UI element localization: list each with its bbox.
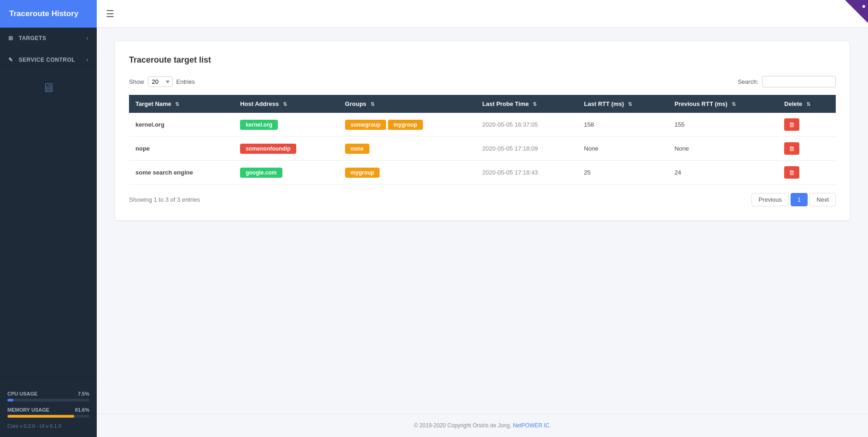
show-label: Show bbox=[129, 78, 144, 85]
col-previous-rtt: Previous RTT (ms) ⇅ bbox=[668, 95, 778, 113]
cell-last-rtt: None bbox=[578, 137, 668, 161]
server-icon: 🖥 bbox=[42, 80, 55, 95]
host-address-badge: kernel.org bbox=[240, 120, 278, 130]
cell-groups: mygroup bbox=[339, 161, 476, 185]
table-row: some search enginegoogle.commygroup2020-… bbox=[129, 161, 836, 185]
cell-target-name: some search engine bbox=[129, 161, 234, 185]
cell-last-probe-time: 2020-05-05 17:18:09 bbox=[476, 137, 578, 161]
hamburger-menu-icon[interactable]: ☰ bbox=[106, 8, 114, 19]
core-version-label: Core v 0.2.0 - UI v 0.1.0 bbox=[7, 423, 89, 429]
col-target-name: Target Name ⇅ bbox=[129, 95, 234, 113]
table-body: kernel.orgkernel.orgsomegroupmygroup2020… bbox=[129, 113, 836, 185]
memory-usage-label: MEMORY USAGE bbox=[7, 407, 49, 413]
cpu-usage-label-row: CPU USAGE 7.5% bbox=[7, 391, 89, 396]
delete-button[interactable]: 🗑 bbox=[784, 142, 799, 155]
cell-last-probe-time: 2020-05-05 17:18:43 bbox=[476, 161, 578, 185]
sidebar-item-targets[interactable]: ⊞ TARGETS › bbox=[0, 28, 97, 49]
table-row: kernel.orgkernel.orgsomegroupmygroup2020… bbox=[129, 113, 836, 137]
cell-delete: 🗑 bbox=[778, 113, 836, 137]
cell-delete: 🗑 bbox=[778, 137, 836, 161]
sort-icon-prev-rtt: ⇅ bbox=[732, 101, 736, 107]
table-footer: Showing 1 to 3 of 3 entries Previous 1 N… bbox=[129, 193, 836, 206]
delete-button[interactable]: 🗑 bbox=[784, 166, 799, 179]
topbar: ☰ ● bbox=[97, 0, 868, 28]
cpu-usage-label: CPU USAGE bbox=[7, 391, 37, 396]
sort-icon-delete: ⇅ bbox=[806, 101, 810, 107]
pagination: Previous 1 Next bbox=[751, 193, 836, 206]
group-badge: mygroup bbox=[388, 120, 422, 130]
chevron-right-icon-targets: › bbox=[87, 35, 89, 41]
footer-link[interactable]: NetPOWER IC. bbox=[513, 422, 551, 429]
sort-icon-probe: ⇅ bbox=[533, 101, 537, 107]
cell-host-address: kernel.org bbox=[234, 113, 339, 137]
cpu-usage-bar bbox=[7, 399, 89, 402]
sort-icon-target-name: ⇅ bbox=[175, 101, 179, 107]
cell-last-rtt: 25 bbox=[578, 161, 668, 185]
cell-groups: somegroupmygroup bbox=[339, 113, 476, 137]
cell-previous-rtt: 155 bbox=[668, 113, 778, 137]
showing-text: Showing 1 to 3 of 3 entries bbox=[129, 196, 200, 203]
col-host-address: Host Address ⇅ bbox=[234, 95, 339, 113]
next-button[interactable]: Next bbox=[809, 193, 836, 206]
github-icon: ● bbox=[862, 2, 866, 10]
memory-usage-value: 81.6% bbox=[75, 407, 89, 413]
traceroute-table: Target Name ⇅ Host Address ⇅ Groups ⇅ La… bbox=[129, 95, 836, 185]
col-groups: Groups ⇅ bbox=[339, 95, 476, 113]
main-area: ☰ ● Traceroute target list Show 10 20 50… bbox=[97, 0, 868, 437]
sidebar: Traceroute History ⊞ TARGETS › ✎ SERVICE… bbox=[0, 0, 97, 437]
table-controls: Show 10 20 50 100 Entries Search: bbox=[129, 76, 836, 87]
group-badge: none bbox=[345, 144, 369, 154]
cpu-usage-bar-fill bbox=[7, 399, 13, 402]
cell-target-name: nope bbox=[129, 137, 234, 161]
cell-last-probe-time: 2020-05-05 16:37:05 bbox=[476, 113, 578, 137]
traceroute-card: Traceroute target list Show 10 20 50 100… bbox=[115, 41, 850, 220]
footer: © 2019-2020 Copyright Orsiris de Jong, N… bbox=[97, 414, 868, 437]
github-badge[interactable]: ● bbox=[845, 0, 868, 23]
memory-usage-label-row: MEMORY USAGE 81.6% bbox=[7, 407, 89, 413]
content-area: Traceroute target list Show 10 20 50 100… bbox=[97, 28, 868, 414]
table-row: nopesomenonfoundipnone2020-05-05 17:18:0… bbox=[129, 137, 836, 161]
cell-previous-rtt: None bbox=[668, 137, 778, 161]
sidebar-server-icon-area: 🖥 bbox=[0, 71, 97, 105]
cell-groups: none bbox=[339, 137, 476, 161]
cell-host-address: google.com bbox=[234, 161, 339, 185]
sort-icon-last-rtt: ⇅ bbox=[628, 101, 632, 107]
search-label: Search: bbox=[738, 78, 758, 85]
previous-button[interactable]: Previous bbox=[751, 193, 789, 206]
cell-last-rtt: 158 bbox=[578, 113, 668, 137]
show-entries-control: Show 10 20 50 100 Entries bbox=[129, 76, 195, 87]
cpu-usage-value: 7.5% bbox=[78, 391, 89, 396]
sidebar-title: Traceroute History bbox=[9, 9, 78, 18]
chevron-right-icon-service-control: › bbox=[87, 57, 89, 63]
entries-label: Entries bbox=[176, 78, 195, 85]
sidebar-bottom: CPU USAGE 7.5% MEMORY USAGE 81.6% Core v… bbox=[0, 382, 97, 437]
host-address-badge: google.com bbox=[240, 168, 282, 178]
footer-text: © 2019-2020 Copyright Orsiris de Jong, bbox=[414, 422, 511, 429]
page-1-button[interactable]: 1 bbox=[791, 193, 808, 206]
col-last-probe-time: Last Probe Time ⇅ bbox=[476, 95, 578, 113]
sidebar-header: Traceroute History bbox=[0, 0, 97, 28]
search-box: Search: bbox=[738, 76, 836, 87]
sort-icon-host: ⇅ bbox=[283, 101, 287, 107]
memory-usage-bar-fill bbox=[7, 415, 74, 418]
cell-previous-rtt: 24 bbox=[668, 161, 778, 185]
sidebar-item-label-targets: TARGETS bbox=[19, 35, 47, 41]
sidebar-item-service-control[interactable]: ✎ SERVICE CONTROL › bbox=[0, 49, 97, 71]
table-header: Target Name ⇅ Host Address ⇅ Groups ⇅ La… bbox=[129, 95, 836, 113]
search-input[interactable] bbox=[762, 76, 836, 87]
cell-host-address: somenonfoundip bbox=[234, 137, 339, 161]
grid-icon: ⊞ bbox=[8, 35, 13, 41]
sort-icon-groups: ⇅ bbox=[370, 101, 375, 107]
group-badge: somegroup bbox=[345, 120, 386, 130]
sidebar-item-label-service-control: SERVICE CONTROL bbox=[19, 57, 76, 63]
entries-select[interactable]: 10 20 50 100 bbox=[148, 76, 173, 87]
delete-button[interactable]: 🗑 bbox=[784, 118, 799, 131]
host-address-badge: somenonfoundip bbox=[240, 144, 296, 154]
card-title: Traceroute target list bbox=[129, 55, 836, 65]
cell-target-name: kernel.org bbox=[129, 113, 234, 137]
memory-usage-bar bbox=[7, 415, 89, 418]
group-badge: mygroup bbox=[345, 168, 380, 178]
cell-delete: 🗑 bbox=[778, 161, 836, 185]
col-last-rtt: Last RTT (ms) ⇅ bbox=[578, 95, 668, 113]
col-delete: Delete ⇅ bbox=[778, 95, 836, 113]
